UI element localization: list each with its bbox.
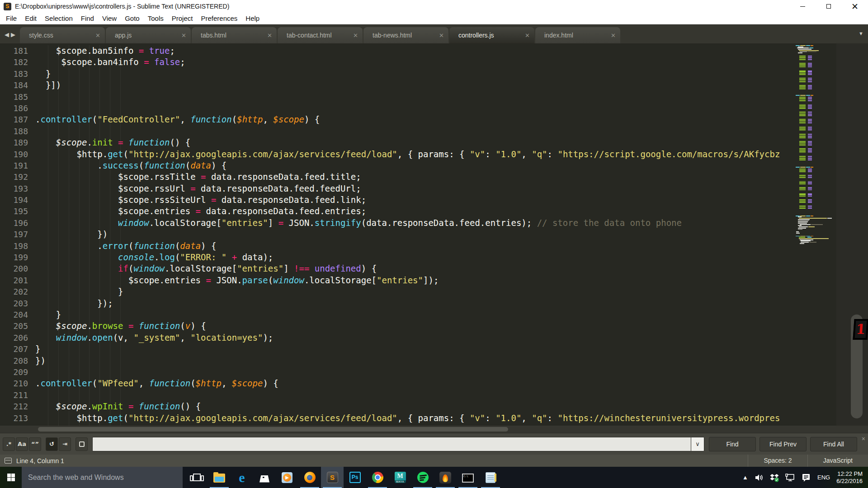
taskbar-app-media-player[interactable]: ▶ bbox=[276, 467, 298, 488]
regex-toggle[interactable]: .* bbox=[3, 437, 15, 451]
tab-controllers.js[interactable]: controllers.js✕ bbox=[449, 27, 534, 43]
tab-close-icon[interactable]: ✕ bbox=[93, 32, 100, 39]
menu-edit[interactable]: Edit bbox=[21, 13, 41, 24]
code-line: 198 .error(function(data) { bbox=[0, 240, 793, 252]
title-bar: S E:\Dropbox\unipress\www\js\controllers… bbox=[0, 0, 868, 13]
menu-project[interactable]: Project bbox=[168, 13, 197, 24]
task-view-icon bbox=[193, 474, 201, 481]
line-number: 211 bbox=[0, 389, 35, 401]
volume-icon[interactable] bbox=[755, 474, 764, 482]
taskbar-app-maya[interactable]: MMAYA bbox=[389, 467, 411, 488]
code-area[interactable]: 181 $scope.ban5info = true;182 $scope.ba… bbox=[0, 45, 793, 426]
menu-selection[interactable]: Selection bbox=[41, 13, 77, 24]
menu-preferences[interactable]: Preferences bbox=[197, 13, 241, 24]
line-number: 190 bbox=[0, 149, 35, 160]
taskbar-app-notepad[interactable] bbox=[479, 467, 502, 488]
tab-tabs.html[interactable]: tabs.html✕ bbox=[192, 27, 277, 43]
tab-tab-news.html[interactable]: tab-news.html✕ bbox=[363, 27, 448, 43]
tab-index.html[interactable]: index.html✕ bbox=[535, 27, 620, 43]
find-close-icon[interactable]: × bbox=[862, 435, 865, 442]
menu-goto[interactable]: Goto bbox=[121, 13, 144, 24]
wrap-toggle[interactable]: ↺ bbox=[46, 437, 58, 451]
clock-date: 6/22/2016 bbox=[836, 478, 863, 485]
tab-close-icon[interactable]: ✕ bbox=[350, 32, 358, 39]
tab-style.css[interactable]: style.css✕ bbox=[20, 27, 105, 43]
menu-tools[interactable]: Tools bbox=[144, 13, 168, 24]
task-view-button[interactable] bbox=[185, 467, 208, 488]
taskbar-app-spotify[interactable] bbox=[411, 467, 434, 488]
close-button[interactable]: ✕ bbox=[842, 0, 868, 13]
line-number: 208 bbox=[0, 355, 35, 366]
tab-forward-icon[interactable]: ▶ bbox=[11, 31, 15, 38]
minimap[interactable] bbox=[793, 44, 836, 426]
maximize-button[interactable] bbox=[816, 0, 842, 13]
tab-app.js[interactable]: app.js✕ bbox=[106, 27, 191, 43]
menu-view[interactable]: View bbox=[98, 13, 121, 24]
tab-label: tabs.html bbox=[201, 32, 264, 39]
menu-file[interactable]: File bbox=[2, 13, 21, 24]
tab-label: style.css bbox=[29, 32, 93, 39]
taskbar-app-firefox[interactable] bbox=[298, 467, 321, 488]
in-selection-toggle[interactable]: ⇥ bbox=[59, 437, 71, 451]
tab-back-icon[interactable]: ◀ bbox=[5, 31, 9, 38]
taskbar-app-sublime-text[interactable]: S bbox=[321, 467, 344, 488]
find-bar: .*Aa“” ↺⇥ ∨ Find Find Prev Find All × bbox=[0, 433, 868, 455]
tray-expand-icon[interactable]: ▲ bbox=[742, 474, 748, 481]
menu-help[interactable]: Help bbox=[241, 13, 264, 24]
indent-setting[interactable]: Spaces: 2 bbox=[748, 455, 807, 467]
taskbar-search-placeholder: Search the web and Windows bbox=[28, 474, 124, 482]
tab-tab-contact.html[interactable]: tab-contact.html✕ bbox=[278, 27, 363, 43]
language-indicator[interactable]: ENG bbox=[817, 474, 830, 481]
taskbar-app-command-prompt[interactable] bbox=[457, 467, 479, 488]
highlight-matches-toggle[interactable] bbox=[75, 437, 88, 451]
line-number: 194 bbox=[0, 194, 35, 206]
line-number: 193 bbox=[0, 183, 35, 194]
whole-word-toggle[interactable]: “” bbox=[29, 437, 41, 451]
action-center-icon[interactable] bbox=[802, 473, 811, 482]
file-explorer-icon bbox=[213, 474, 225, 483]
taskbar-app-windows-store[interactable] bbox=[253, 467, 276, 488]
line-number: 203 bbox=[0, 298, 35, 309]
code-line: 212 $scope.wpInit = function() { bbox=[0, 401, 793, 412]
tab-close-icon[interactable]: ✕ bbox=[436, 32, 444, 39]
find-all-button[interactable]: Find All bbox=[810, 437, 857, 451]
tab-label: app.js bbox=[115, 32, 179, 39]
horizontal-scrollbar-thumb[interactable] bbox=[38, 427, 508, 432]
tab-overflow-icon[interactable]: ▼ bbox=[859, 31, 863, 36]
clock[interactable]: 12:22 PM 6/22/2016 bbox=[836, 470, 863, 485]
tab-close-icon[interactable]: ✕ bbox=[608, 32, 616, 39]
syntax-mode[interactable]: JavaScript bbox=[807, 455, 868, 467]
vertical-scrollbar[interactable]: 1 bbox=[836, 43, 868, 426]
taskbar-app-file-explorer[interactable] bbox=[208, 467, 231, 488]
tab-close-icon[interactable]: ✕ bbox=[522, 32, 530, 39]
code-line: 208}) bbox=[0, 355, 793, 366]
sidebar-toggle-icon[interactable] bbox=[5, 458, 12, 464]
find-button[interactable]: Find bbox=[709, 437, 756, 451]
highlight-matches-icon bbox=[79, 441, 85, 447]
find-prev-button[interactable]: Find Prev bbox=[760, 437, 807, 451]
network-icon[interactable] bbox=[785, 474, 795, 482]
case-sensitive-toggle[interactable]: Aa bbox=[16, 437, 28, 451]
start-button[interactable] bbox=[0, 467, 22, 488]
window-title: E:\Dropbox\unipress\www\js\controllers.j… bbox=[15, 3, 229, 10]
tab-close-icon[interactable]: ✕ bbox=[179, 32, 186, 39]
notepad-icon bbox=[486, 472, 495, 483]
edge-icon: e bbox=[239, 472, 245, 483]
tab-close-icon[interactable]: ✕ bbox=[264, 32, 272, 39]
taskbar-search-box[interactable]: Search the web and Windows bbox=[22, 467, 183, 488]
menu-find[interactable]: Find bbox=[77, 13, 98, 24]
taskbar-app-photoshop[interactable]: Ps bbox=[344, 467, 366, 488]
line-number: 196 bbox=[0, 217, 35, 229]
dropbox-icon[interactable] bbox=[770, 473, 779, 482]
find-history-dropdown[interactable]: ∨ bbox=[691, 437, 704, 451]
horizontal-scrollbar[interactable] bbox=[0, 426, 868, 433]
taskbar-app-chrome[interactable] bbox=[366, 467, 389, 488]
editor: 181 $scope.ban5info = true;182 $scope.ba… bbox=[0, 43, 868, 426]
taskbar-app-flame-app[interactable] bbox=[434, 467, 457, 488]
tab-bar: ◀ ▶ style.css✕app.js✕tabs.html✕tab-conta… bbox=[0, 24, 868, 43]
find-input[interactable] bbox=[92, 437, 691, 451]
code-line: 210.controller("WPfeed", function($http,… bbox=[0, 378, 793, 389]
taskbar-app-edge[interactable]: e bbox=[231, 467, 253, 488]
minimize-button[interactable] bbox=[789, 0, 816, 13]
line-number: 206 bbox=[0, 332, 35, 343]
